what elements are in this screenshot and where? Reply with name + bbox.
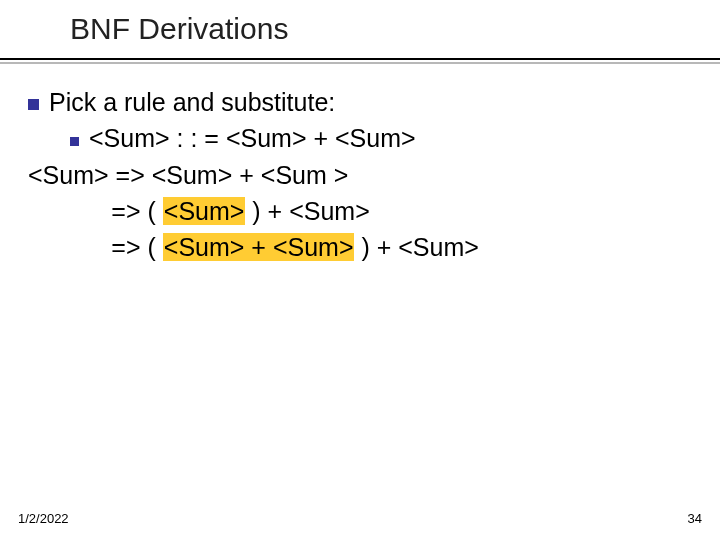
highlight-sum-expansion: <Sum> + <Sum> bbox=[163, 233, 355, 261]
text-line-4a: => ( bbox=[111, 197, 162, 225]
footer-date: 1/2/2022 bbox=[18, 511, 69, 526]
bullet-row-1: Pick a rule and substitute: bbox=[28, 84, 479, 120]
derivation-line-3: => ( <Sum> + <Sum> ) + <Sum> bbox=[28, 229, 479, 265]
slide-content: Pick a rule and substitute: <Sum> : : = … bbox=[28, 84, 479, 265]
slide: BNF Derivations Pick a rule and substitu… bbox=[0, 0, 720, 540]
text-line-4b: ) + <Sum> bbox=[245, 197, 369, 225]
title-underline-shadow bbox=[0, 62, 720, 64]
square-bullet-icon bbox=[28, 99, 39, 110]
square-bullet-icon bbox=[70, 137, 79, 146]
text-line-1: Pick a rule and substitute: bbox=[49, 88, 335, 116]
text-line-5a: => ( bbox=[111, 233, 162, 261]
bullet-row-2: <Sum> : : = <Sum> + <Sum> bbox=[28, 120, 479, 156]
derivation-line-2: => ( <Sum> ) + <Sum> bbox=[28, 193, 479, 229]
derivation-line-1: <Sum> => <Sum> + <Sum > bbox=[28, 157, 479, 193]
title-underline bbox=[0, 58, 720, 60]
text-line-3: <Sum> => <Sum> + <Sum > bbox=[28, 161, 348, 189]
highlight-sum: <Sum> bbox=[163, 197, 246, 225]
footer-page-number: 34 bbox=[688, 511, 702, 526]
text-line-5b: ) + <Sum> bbox=[354, 233, 478, 261]
slide-title: BNF Derivations bbox=[70, 12, 288, 46]
text-line-2: <Sum> : : = <Sum> + <Sum> bbox=[89, 124, 416, 152]
